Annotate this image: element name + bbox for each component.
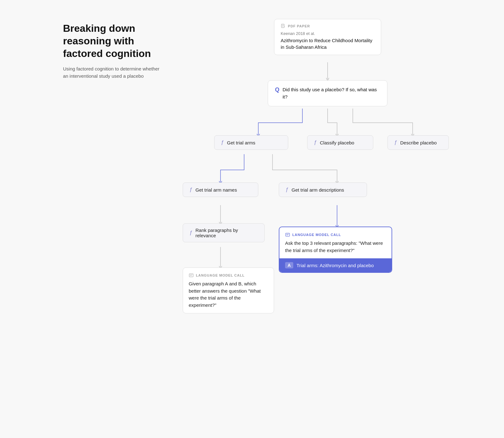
pdf-author: Keenan 2018 et al. [281, 31, 375, 36]
fn-label-3: Describe placebo [400, 140, 437, 145]
page-subtitle: Using factored cognition to determine wh… [63, 65, 164, 80]
fn-label-1: Get trial arms [227, 140, 255, 145]
fn-icon-6: ƒ [189, 230, 192, 236]
get-trial-arm-names-card: ƒ Get trial arm names [183, 182, 258, 197]
diagram-area: PDF PAPER Keenan 2018 et al. Azithromyci… [183, 19, 441, 365]
lm-body-1: Ask the top 3 relevant paragraphs: "What… [285, 240, 386, 254]
fn-icon-1: ƒ [221, 139, 224, 146]
lm-label-2: LANGUAGE MODEL CALL [189, 273, 268, 278]
pdf-icon [281, 24, 286, 29]
lm-call-highlighted: LANGUAGE MODEL CALL Ask the top 3 releva… [279, 227, 392, 273]
pdf-title: Azithromycin to Reduce Childhood Mortali… [281, 37, 375, 50]
fn-icon-4: ƒ [189, 187, 192, 193]
question-text: Did this study use a placebo? If so, wha… [283, 86, 380, 100]
answer-text: Trial arms: Azithromycin and placebo [296, 263, 374, 268]
lm-icon-1 [285, 232, 290, 237]
rank-paragraphs-card: ƒ Rank paragraphs by relevance [183, 223, 265, 242]
fn-label-5: Get trial arm descriptions [291, 187, 344, 193]
classify-placebo-card: ƒ Classify placebo [307, 135, 373, 150]
lm-label-1: LANGUAGE MODEL CALL [285, 232, 386, 237]
fn-icon-2: ƒ [314, 139, 317, 146]
lm-icon-2 [189, 273, 194, 278]
get-trial-arm-descriptions-card: ƒ Get trial arm descriptions [279, 182, 367, 197]
get-trial-arms-card: ƒ Get trial arms [214, 135, 288, 150]
page-title: Breaking down reasoning with factored co… [63, 22, 164, 60]
fn-label-6: Rank paragraphs by relevance [195, 227, 258, 238]
pdf-label: PDF PAPER [281, 24, 375, 29]
lm-body-2: Given paragraph A and B, which better an… [189, 280, 268, 309]
fn-icon-3: ƒ [394, 139, 397, 146]
svg-rect-8 [189, 274, 193, 277]
question-card: Q Did this study use a placebo? If so, w… [268, 80, 387, 106]
lm-call-normal: LANGUAGE MODEL CALL Given paragraph A an… [183, 267, 274, 313]
svg-rect-5 [286, 233, 290, 236]
q-icon: Q [275, 87, 279, 93]
answer-letter: A [285, 262, 293, 268]
answer-bar: A Trial arms: Azithromycin and placebo [279, 258, 392, 272]
left-panel: Breaking down reasoning with factored co… [63, 19, 164, 80]
describe-placebo-card: ƒ Describe placebo [387, 135, 449, 150]
page-container: Breaking down reasoning with factored co… [63, 19, 441, 365]
fn-label-2: Classify placebo [320, 140, 354, 145]
fn-label-4: Get trial arm names [195, 187, 237, 193]
pdf-card: PDF PAPER Keenan 2018 et al. Azithromyci… [274, 19, 381, 55]
fn-icon-5: ƒ [285, 187, 288, 193]
